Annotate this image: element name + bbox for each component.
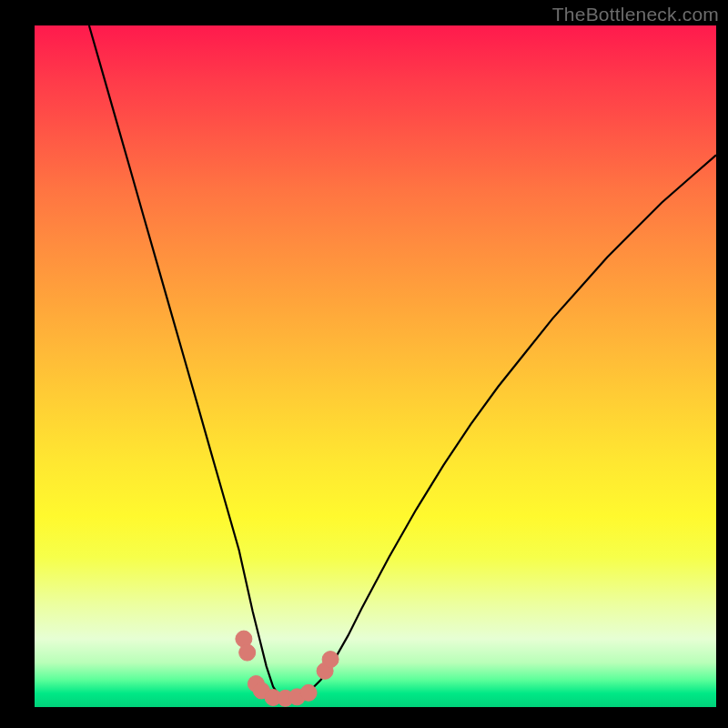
watermark-label: TheBottleneck.com	[552, 4, 719, 25]
chart-plot-area	[35, 25, 716, 707]
chart-frame: TheBottleneck.com	[0, 0, 728, 728]
chart-svg	[35, 25, 716, 707]
marker-group	[236, 631, 339, 706]
curve-marker-9	[322, 652, 339, 668]
curve-marker-7	[300, 684, 317, 701]
curve-marker-1	[239, 644, 256, 661]
bottleneck-curve	[89, 25, 716, 701]
